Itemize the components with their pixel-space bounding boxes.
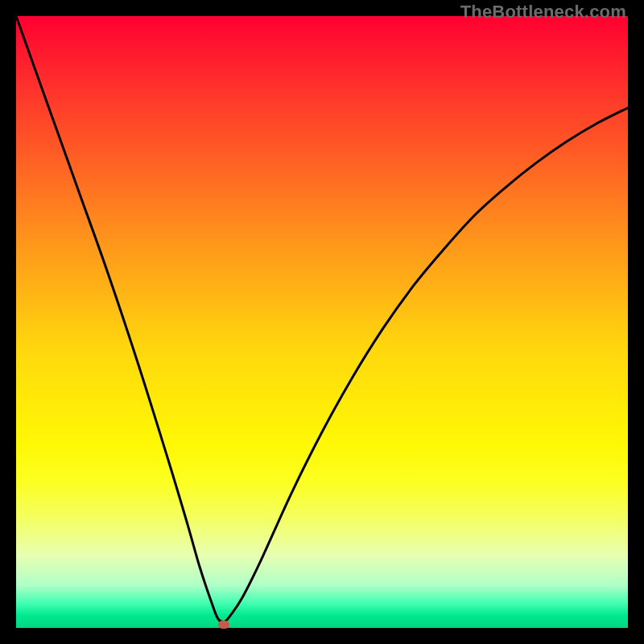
optimal-point-marker bbox=[218, 621, 229, 629]
attribution-text: TheBottleneck.com bbox=[460, 2, 626, 23]
bottleneck-curve bbox=[16, 16, 628, 628]
plot-area bbox=[16, 16, 628, 628]
chart-frame: TheBottleneck.com bbox=[0, 0, 644, 644]
